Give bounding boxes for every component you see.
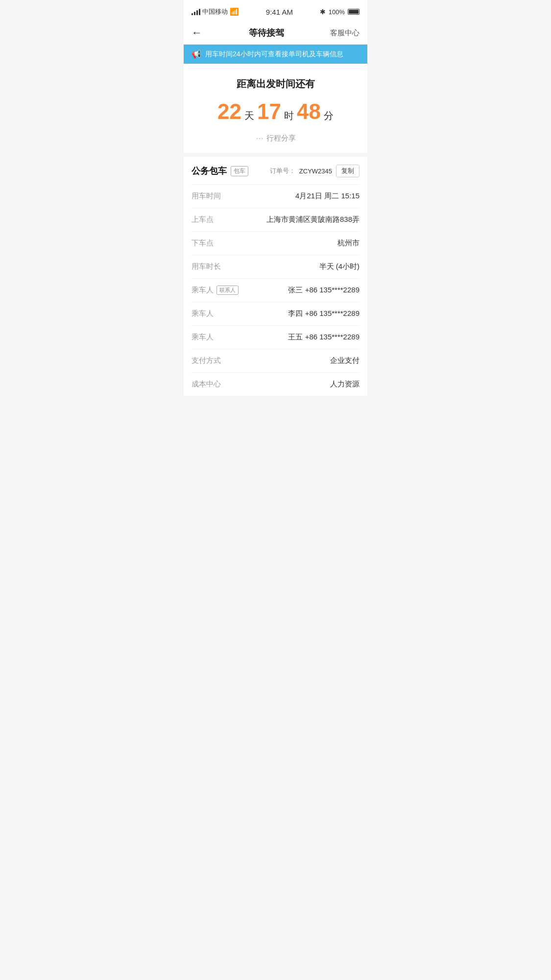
order-row: 支付方式企业支付 [192, 349, 359, 372]
row-label: 乘车人 [192, 309, 214, 318]
row-value: 企业支付 [330, 356, 359, 365]
row-label: 支付方式 [192, 356, 221, 365]
countdown-hours: 17 [257, 99, 281, 124]
row-value: 人力资源 [330, 380, 359, 389]
order-id-label: 订单号： [270, 167, 295, 175]
row-value: 李四 +86 135****2289 [288, 309, 359, 318]
status-bar: 中国移动 📶 9:41 AM ✱ 100% [184, 0, 367, 22]
row-label: 下车点 [192, 239, 214, 248]
row-value: 半天 (4小时) [319, 262, 360, 271]
order-section: 公务包车 包车 订单号： ZCYW2345 复制 用车时间4月21日 周二 15… [184, 157, 367, 396]
countdown-days-unit: 天 [244, 109, 254, 122]
page-title: 等待接驾 [249, 27, 284, 39]
wifi-icon: 📶 [230, 7, 239, 16]
row-label: 乘车人 [192, 333, 214, 342]
share-icon: ⋯ [256, 134, 264, 143]
nav-bar: ← 等待接驾 客服中心 [184, 22, 367, 45]
countdown-days: 22 [217, 99, 241, 124]
order-row: 乘车人联系人张三 +86 135****2289 [192, 278, 359, 302]
order-tag: 包车 [231, 166, 248, 176]
order-header: 公务包车 包车 订单号： ZCYW2345 复制 [192, 165, 359, 177]
bluetooth-icon: ✱ [320, 8, 326, 16]
row-value: 上海市黄浦区黄陂南路838弄 [266, 215, 359, 224]
order-title: 公务包车 [192, 165, 227, 177]
row-value: 4月21日 周二 15:15 [295, 191, 359, 201]
status-time: 9:41 AM [266, 8, 293, 16]
order-row: 乘车人李四 +86 135****2289 [192, 302, 359, 325]
signal-icon [192, 8, 200, 15]
status-left: 中国移动 📶 [192, 7, 239, 16]
announcement-banner: 📢 用车时间24小时内可查看接单司机及车辆信息 [184, 45, 367, 64]
countdown-title: 距离出发时间还有 [193, 77, 358, 91]
row-label: 用车时间 [192, 191, 221, 201]
share-label: 行程分享 [266, 134, 296, 143]
row-label: 成本中心 [192, 380, 221, 389]
countdown-numbers: 22 天 17 时 48 分 [193, 99, 358, 124]
battery-icon [348, 9, 359, 15]
row-label: 上车点 [192, 215, 214, 224]
share-row[interactable]: ⋯ 行程分享 [193, 134, 358, 143]
carrier-label: 中国移动 [202, 7, 228, 16]
row-value: 杭州市 [337, 239, 359, 248]
countdown-minutes: 48 [297, 99, 321, 124]
row-value: 张三 +86 135****2289 [288, 286, 359, 295]
countdown-card: 距离出发时间还有 22 天 17 时 48 分 ⋯ 行程分享 [184, 64, 367, 157]
countdown-minutes-unit: 分 [324, 109, 334, 122]
copy-button[interactable]: 复制 [336, 165, 359, 177]
countdown-hours-unit: 时 [284, 109, 294, 122]
order-row: 用车时间4月21日 周二 15:15 [192, 184, 359, 208]
order-row: 下车点杭州市 [192, 231, 359, 255]
announcement-icon: 📢 [192, 49, 201, 59]
order-id-group: 订单号： ZCYW2345 复制 [270, 165, 359, 177]
order-rows: 用车时间4月21日 周二 15:15上车点上海市黄浦区黄陂南路838弄下车点杭州… [192, 184, 359, 396]
row-label: 乘车人联系人 [192, 286, 239, 295]
order-id-value: ZCYW2345 [299, 167, 332, 175]
order-row: 上车点上海市黄浦区黄陂南路838弄 [192, 208, 359, 231]
order-row: 成本中心人力资源 [192, 372, 359, 396]
battery-percent: 100% [329, 8, 345, 16]
row-value: 王五 +86 135****2289 [288, 333, 359, 342]
order-row: 用车时长半天 (4小时) [192, 255, 359, 278]
status-right: ✱ 100% [320, 8, 359, 16]
customer-service-button[interactable]: 客服中心 [330, 28, 359, 38]
contact-tag: 联系人 [216, 286, 239, 295]
order-title-group: 公务包车 包车 [192, 165, 248, 177]
back-button[interactable]: ← [192, 26, 202, 39]
order-row: 乘车人王五 +86 135****2289 [192, 325, 359, 349]
row-label: 用车时长 [192, 262, 221, 271]
announcement-text: 用车时间24小时内可查看接单司机及车辆信息 [205, 50, 343, 59]
